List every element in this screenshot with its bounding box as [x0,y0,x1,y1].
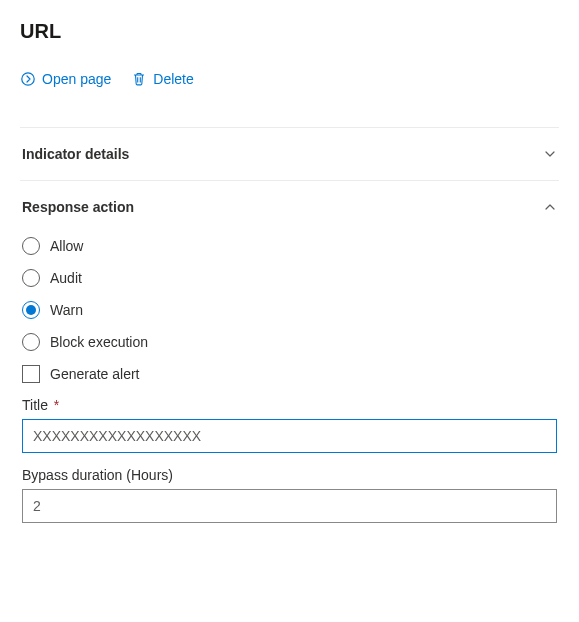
delete-icon [131,71,147,87]
bypass-input[interactable] [22,489,557,523]
radio-audit[interactable]: Audit [22,269,557,287]
radio-block-label: Block execution [50,334,148,350]
chevron-up-icon [543,200,557,214]
indicator-details-header[interactable]: Indicator details [20,128,559,180]
action-bar: Open page Delete [20,71,559,117]
svg-point-0 [22,73,34,85]
response-action-header[interactable]: Response action [20,181,559,233]
title-field-label-text: Title [22,397,48,413]
generate-alert-label: Generate alert [50,366,140,382]
chevron-down-icon [543,147,557,161]
bypass-field-group: Bypass duration (Hours) [22,467,557,523]
radio-block[interactable]: Block execution [22,333,557,351]
checkbox-icon [22,365,40,383]
title-field-label: Title * [22,397,557,413]
radio-icon [22,333,40,351]
delete-label: Delete [153,71,193,87]
title-field-group: Title * [22,397,557,453]
radio-icon [22,301,40,319]
radio-audit-label: Audit [50,270,82,286]
radio-allow-label: Allow [50,238,83,254]
radio-warn[interactable]: Warn [22,301,557,319]
required-indicator: * [54,397,59,413]
radio-warn-label: Warn [50,302,83,318]
open-page-icon [20,71,36,87]
radio-icon [22,237,40,255]
title-input[interactable] [22,419,557,453]
open-page-button[interactable]: Open page [20,71,111,87]
radio-icon [22,269,40,287]
response-action-body: Allow Audit Warn Block execution Generat… [20,233,559,523]
open-page-label: Open page [42,71,111,87]
bypass-field-label: Bypass duration (Hours) [22,467,557,483]
radio-allow[interactable]: Allow [22,237,557,255]
response-action-section: Response action Allow Audit Warn Block e… [20,180,559,523]
page-title: URL [20,20,559,43]
indicator-details-section: Indicator details [20,127,559,180]
generate-alert-checkbox[interactable]: Generate alert [22,365,557,383]
response-action-title: Response action [22,199,134,215]
delete-button[interactable]: Delete [131,71,193,87]
indicator-details-title: Indicator details [22,146,129,162]
